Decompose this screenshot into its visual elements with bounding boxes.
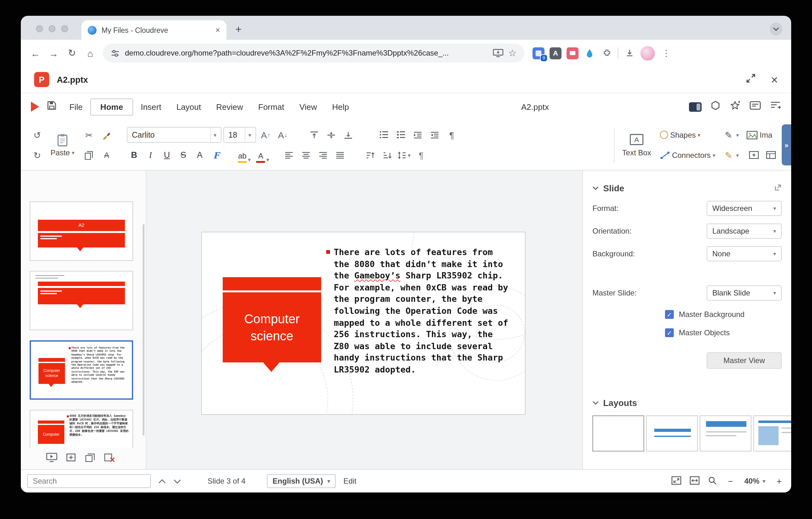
panel-expand-icon[interactable] [774,183,782,193]
shapes-button[interactable]: Shapes ▾ [660,126,715,144]
background-select[interactable]: None ▾ [707,246,782,262]
favorites-star-icon[interactable] [729,100,741,113]
background-caret-icon[interactable]: ▾ [773,251,776,257]
tab-home[interactable]: Home [90,98,133,115]
zoom-icon[interactable] [707,476,717,487]
tab-format[interactable]: Format [251,98,292,115]
slide-thumbnail-4[interactable]: Computer 8080 芯片的很多功能都没有加入 Gameboy 的夏普 L… [30,410,133,448]
delete-slide-icon[interactable] [104,453,115,464]
shapes-caret-icon[interactable]: ▾ [698,132,701,138]
master-objects-checkbox-row[interactable]: ✓ Master Objects [665,328,782,337]
search-input[interactable] [27,474,151,488]
draw-highlighter-caret-icon[interactable]: ▾ [736,152,739,158]
layout-two-content[interactable] [753,415,791,452]
language-select[interactable]: English (USA) ▾ [267,474,336,488]
format-select[interactable]: Widescreen ▾ [707,201,782,216]
fit-slide-icon[interactable] [671,476,681,487]
font-size-caret-icon[interactable]: ▾ [244,128,251,142]
site-settings-icon[interactable] [110,48,120,58]
draw-pen-button[interactable]: ✎ ▾ [723,126,739,144]
master-objects-checkbox[interactable]: ✓ [665,328,674,337]
editor-logo-icon[interactable] [31,102,39,112]
zoom-level-select[interactable]: 40% ▾ [744,477,765,486]
bold-icon[interactable]: B [127,147,141,163]
valign-middle-icon[interactable] [324,127,339,142]
card-icon[interactable] [750,101,761,112]
orientation-select[interactable]: Landscape ▾ [707,223,782,239]
window-minimize-button[interactable] [49,25,56,32]
text-box-button[interactable]: A Text Box [622,133,651,157]
superscript-icon[interactable]: A [193,147,207,163]
tab-layout[interactable]: Layout [169,98,208,115]
undo-icon[interactable]: ↺ [30,127,45,142]
tab-search-chevron-icon[interactable] [770,23,782,35]
draw-pen-caret-icon[interactable]: ▾ [736,132,739,138]
forward-icon[interactable]: → [46,45,62,61]
save-icon[interactable] [47,100,57,113]
slide-title-accent-bar[interactable] [223,277,321,291]
slide-body-textbox[interactable]: There are lots of features from the 8080… [326,246,513,375]
fit-width-icon[interactable] [689,476,699,487]
font-name-select[interactable]: Carlito ▾ [127,127,222,143]
window-maximize-button[interactable] [61,25,68,32]
profile-avatar[interactable] [640,46,655,60]
decrease-font-icon[interactable]: A↓ [275,127,290,142]
find-next-icon[interactable] [174,477,181,486]
font-color-caret-icon[interactable]: ▾ [267,156,269,163]
layout-title-content[interactable] [646,415,698,452]
zoom-in-button[interactable]: + [774,476,785,486]
viewer-close-icon[interactable]: × [771,74,778,86]
new-tab-button[interactable]: + [230,22,247,38]
thumbnail-scrollbar[interactable] [143,224,144,436]
tab-review[interactable]: Review [208,98,251,115]
connectors-caret-icon[interactable]: ▾ [713,152,716,158]
add-slide-icon[interactable] [66,453,76,464]
copy-style-icon[interactable]: A [99,147,114,163]
move-backward-icon[interactable] [379,147,395,163]
tab-file[interactable]: File [62,98,90,115]
tab-help[interactable]: Help [325,98,357,115]
master-background-checkbox-row[interactable]: ✓ Master Background [665,310,782,319]
extension-icon-tv[interactable] [567,47,579,59]
layout-section-header[interactable] [700,415,751,452]
numbering-icon[interactable] [393,127,408,142]
master-background-checkbox[interactable]: ✓ [665,310,674,319]
address-bar[interactable]: demo.cloudreve.org/home?path=cloudreve%3… [103,44,524,62]
zoom-caret-icon[interactable]: ▾ [762,478,765,484]
layouts-section-header[interactable]: Layouts [592,398,782,408]
copy-icon[interactable] [81,147,96,163]
italic-icon[interactable]: I [143,147,158,163]
window-close-button[interactable] [36,25,43,32]
valign-bottom-icon[interactable] [341,127,356,142]
ribbon-expand-icon[interactable]: » [782,125,791,165]
slide-thumbnail-3-selected[interactable]: Computer science There are lots of featu… [30,340,133,400]
extension-icon-a[interactable]: A [550,47,561,59]
redo-icon[interactable]: ↻ [30,147,45,163]
line-spacing-caret-icon[interactable]: ▾ [408,152,411,158]
downloads-icon[interactable] [624,47,635,59]
slide-thumbnail-2[interactable] [30,271,133,330]
language-caret-icon[interactable]: ▾ [327,478,330,484]
font-color-button[interactable]: A ▾ [255,147,271,163]
strikethrough-icon[interactable]: S [176,147,191,163]
valign-top-icon[interactable] [307,127,322,142]
special-font-icon[interactable]: F [209,147,223,163]
start-slideshow-icon[interactable] [46,453,57,465]
layout-blank[interactable] [592,415,644,452]
orientation-caret-icon[interactable]: ▾ [773,228,776,234]
increase-indent-icon[interactable] [427,127,442,142]
reload-icon[interactable]: ↻ [64,45,80,61]
font-name-caret-icon[interactable]: ▾ [210,128,216,142]
browser-tab[interactable]: My Files - Cloudreve × [81,20,227,40]
master-slide-select[interactable]: Blank Slide ▾ [707,285,782,301]
increase-font-icon[interactable]: A↑ [258,127,273,142]
tab-insert[interactable]: Insert [133,98,169,115]
format-painter-icon[interactable] [99,127,114,142]
tab-view[interactable]: View [292,98,325,115]
align-center-icon[interactable] [298,147,313,163]
bookmark-star-icon[interactable]: ☆ [508,47,517,59]
back-icon[interactable]: ← [27,45,44,61]
paste-button[interactable]: Paste▾ [45,133,80,157]
browser-menu-icon[interactable]: ⋮ [660,48,673,58]
highlight-caret-icon[interactable]: ▾ [248,156,251,163]
